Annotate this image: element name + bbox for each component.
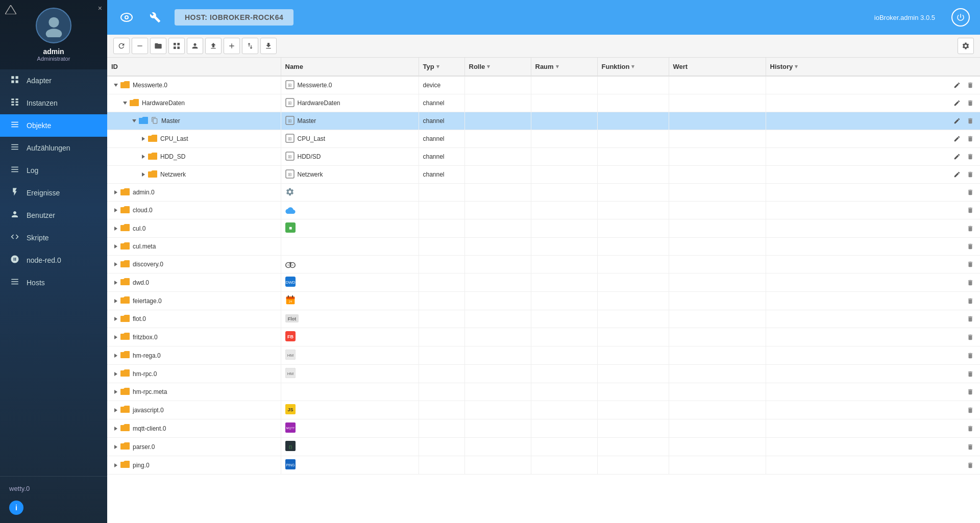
typ-sort-arrow[interactable]: ▾ [436, 63, 439, 70]
table-row[interactable]: mqtt-client.0MQTT [107, 419, 980, 438]
edit-button-0[interactable] [951, 80, 963, 91]
edit-button-1[interactable] [951, 97, 963, 109]
sidebar-item-aufzaehlungen[interactable]: Aufzählungen [0, 137, 107, 159]
delete-button-20[interactable] [965, 441, 976, 453]
cell-id-10[interactable]: discovery.0 [107, 256, 281, 273]
table-row[interactable]: hm-rega.0HM [107, 346, 980, 365]
cell-id-17[interactable]: hm-rpc.meta [107, 383, 281, 401]
cell-id-0[interactable]: Messwerte.0 [107, 76, 281, 94]
expand-arrow-9[interactable] [112, 243, 119, 250]
table-row[interactable]: parser.0{'} [107, 438, 980, 456]
cell-id-6[interactable]: admin.0 [107, 184, 281, 202]
col-header-history[interactable]: History ▾ [766, 58, 980, 76]
delete-button-14[interactable] [965, 332, 976, 343]
edit-button-2[interactable] [951, 115, 963, 127]
add-button[interactable] [224, 38, 240, 54]
sidebar-item-hosts[interactable]: Hosts [0, 271, 107, 294]
sidebar-item-instanzen[interactable]: Instanzen [0, 92, 107, 114]
col-header-rolle[interactable]: Rolle ▾ [464, 58, 531, 76]
delete-button-21[interactable] [965, 460, 976, 471]
delete-button-1[interactable] [965, 97, 976, 109]
cell-id-11[interactable]: dwd.0 [107, 273, 281, 292]
table-row[interactable]: discovery.0 [107, 256, 980, 273]
edit-button-4[interactable] [951, 151, 963, 162]
delete-button-12[interactable] [965, 295, 976, 307]
user-button[interactable] [187, 38, 203, 54]
expand-arrow-1[interactable] [121, 99, 129, 107]
cell-id-16[interactable]: hm-rpc.0 [107, 365, 281, 383]
eye-button[interactable] [117, 8, 136, 27]
delete-button-2[interactable] [965, 115, 976, 127]
col-header-typ[interactable]: Typ ▾ [419, 58, 464, 76]
delete-button-0[interactable] [965, 80, 976, 91]
table-row[interactable]: feiertage.024 [107, 292, 980, 310]
table-row[interactable]: Master⊞Masterchannel [107, 112, 980, 130]
table-row[interactable]: Messwerte.0⊞Messwerte.0device [107, 76, 980, 94]
expand-arrow-17[interactable] [112, 388, 119, 395]
delete-button-18[interactable] [965, 405, 976, 416]
table-row[interactable]: admin.0 [107, 184, 980, 202]
expand-arrow-13[interactable] [112, 315, 119, 322]
table-row[interactable]: fritzbox.0FB [107, 328, 980, 346]
cell-id-18[interactable]: javascript.0 [107, 401, 281, 419]
cell-id-8[interactable]: cul.0 [107, 219, 281, 238]
table-row[interactable]: Netzwerk⊞Netzwerkchannel [107, 166, 980, 184]
delete-button-7[interactable] [965, 205, 976, 216]
close-button[interactable]: × [98, 4, 102, 12]
cell-id-5[interactable]: Netzwerk [107, 166, 281, 184]
table-row[interactable]: HDD_SD⊞HDD/SDchannel [107, 148, 980, 166]
info-item[interactable]: i [0, 496, 107, 519]
edit-button-3[interactable] [951, 133, 963, 144]
delete-button-19[interactable] [965, 423, 976, 434]
expand-arrow-19[interactable] [112, 425, 119, 432]
cell-id-7[interactable]: cloud.0 [107, 202, 281, 219]
expand-arrow-21[interactable] [112, 462, 119, 469]
sidebar-item-log[interactable]: Log [0, 159, 107, 182]
delete-button-4[interactable] [965, 151, 976, 162]
cell-id-14[interactable]: fritzbox.0 [107, 328, 281, 346]
cell-id-19[interactable]: mqtt-client.0 [107, 419, 281, 438]
table-row[interactable]: cul.0■ [107, 219, 980, 238]
cell-id-12[interactable]: feiertage.0 [107, 292, 281, 310]
wetty-item[interactable]: wetty.0 [0, 481, 107, 496]
expand-arrow-10[interactable] [112, 261, 119, 268]
delete-button-3[interactable] [965, 133, 976, 144]
expand-arrow-7[interactable] [112, 207, 119, 214]
expand-arrow-12[interactable] [112, 297, 119, 305]
expand-arrow-8[interactable] [112, 225, 119, 232]
rolle-sort-arrow[interactable]: ▾ [487, 63, 490, 70]
expand-arrow-6[interactable] [112, 189, 119, 196]
edit-button-5[interactable] [951, 169, 963, 180]
delete-button-13[interactable] [965, 313, 976, 325]
export-button[interactable] [260, 38, 277, 54]
grid-button[interactable] [168, 38, 185, 54]
power-button[interactable] [951, 8, 970, 27]
copy-icon-2[interactable] [151, 117, 158, 126]
cell-id-3[interactable]: CPU_Last [107, 130, 281, 148]
raum-sort-arrow[interactable]: ▾ [556, 63, 559, 70]
table-row[interactable]: ping.0PING [107, 456, 980, 475]
expand-arrow-3[interactable] [140, 135, 147, 142]
expand-arrow-5[interactable] [140, 171, 147, 178]
cell-id-1[interactable]: HardwareDaten [107, 94, 281, 112]
table-row[interactable]: flot.0Flot [107, 310, 980, 328]
cell-id-21[interactable]: ping.0 [107, 456, 281, 475]
settings-button[interactable] [958, 38, 974, 54]
cell-id-4[interactable]: HDD_SD [107, 148, 281, 166]
upload-button[interactable] [205, 38, 222, 54]
sidebar-item-node-red[interactable]: node-red.0 [0, 249, 107, 271]
cell-id-2[interactable]: Master [107, 112, 281, 130]
expand-arrow-15[interactable] [112, 352, 119, 359]
delete-button-5[interactable] [965, 169, 976, 180]
sidebar-item-objekte[interactable]: Objekte [0, 114, 107, 137]
delete-button-8[interactable] [965, 223, 976, 234]
col-header-raum[interactable]: Raum ▾ [531, 58, 597, 76]
history-sort-arrow[interactable]: ▾ [795, 63, 798, 70]
expand-arrow-14[interactable] [112, 334, 119, 341]
cell-id-20[interactable]: parser.0 [107, 438, 281, 456]
table-row[interactable]: HardwareDaten⊞HardwareDatenchannel [107, 94, 980, 112]
table-row[interactable]: cul.meta [107, 238, 980, 256]
sidebar-item-adapter[interactable]: Adapter [0, 69, 107, 92]
cell-id-13[interactable]: flot.0 [107, 310, 281, 328]
expand-arrow-16[interactable] [112, 370, 119, 378]
